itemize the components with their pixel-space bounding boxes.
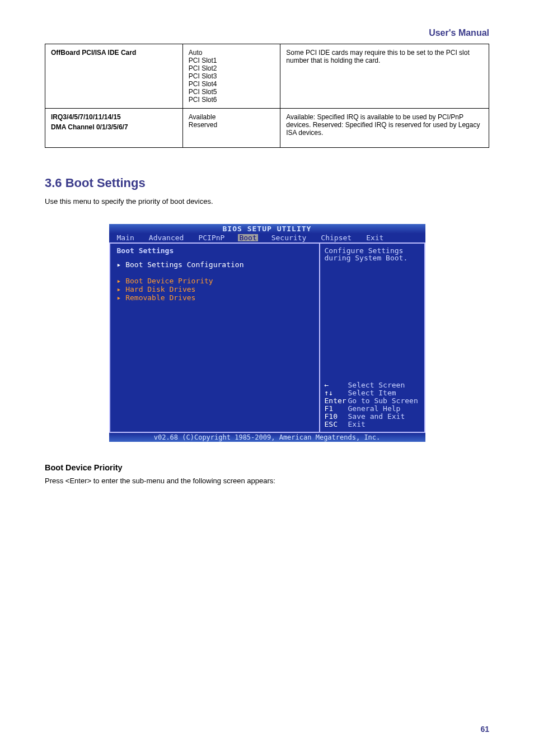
- bios-help-keys: ←Select Screen↑↓Select ItemEnterGo to Su…: [325, 381, 420, 428]
- help-key: ESC: [325, 421, 348, 428]
- bios-menu-exit[interactable]: Exit: [365, 234, 385, 241]
- help-text: Select Item: [348, 389, 396, 397]
- bios-menu-pcipnp[interactable]: PCIPnP: [197, 234, 226, 241]
- bios-menu-chipset[interactable]: Chipset: [320, 234, 353, 241]
- help-text: Exit: [348, 420, 366, 428]
- bios-body: Boot Settings ▸ Boot Settings Configurat…: [109, 242, 425, 433]
- bios-menubar: MainAdvancedPCIPnPBootSecurityChipsetExi…: [109, 234, 425, 242]
- config-table: OffBoard PCI/ISA IDE Card Auto PCI Slot1…: [45, 44, 489, 148]
- cell-body: DMA Channel 0/1/3/5/6/7: [51, 123, 177, 131]
- bios-help-line: ←Select Screen: [325, 381, 420, 389]
- bios-menu-main[interactable]: Main: [116, 234, 135, 241]
- page-footer: 61: [480, 725, 489, 734]
- help-text: Go to Sub Screen: [348, 396, 418, 405]
- subsection-heading: Boot Device Priority: [45, 463, 489, 472]
- cell-desc: Available: Specified IRQ is available to…: [280, 109, 489, 148]
- bios-screenshot: BIOS SETUP UTILITY MainAdvancedPCIPnPBoo…: [109, 224, 425, 442]
- bios-menu-advanced[interactable]: Advanced: [148, 234, 185, 241]
- bios-help-line: ESCExit: [325, 421, 420, 428]
- bios-item[interactable]: ▸ Hard Disk Drives: [117, 286, 312, 293]
- cell-options: Available Reserved: [182, 109, 280, 148]
- bios-help-line: ↑↓Select Item: [325, 389, 420, 396]
- table-row: IRQ3/4/5/7/10/11/14/15 DMA Channel 0/1/3…: [45, 109, 489, 148]
- subsection-desc: Press <Enter> to enter the sub-menu and …: [45, 475, 489, 487]
- triangle-icon: ▸: [117, 260, 121, 269]
- help-text: Select Screen: [348, 381, 405, 389]
- bios-item[interactable]: ▸ Removable Drives: [117, 294, 312, 301]
- table-row: OffBoard PCI/ISA IDE Card Auto PCI Slot1…: [45, 44, 489, 109]
- bios-help-top: Configure Settings during System Boot.: [325, 247, 420, 262]
- section-heading: 3.6 Boot Settings: [45, 176, 489, 190]
- help-key: Enter: [325, 397, 348, 404]
- help-key: F1: [325, 405, 348, 412]
- triangle-icon: ▸: [117, 277, 121, 285]
- cell-title: OffBoard PCI/ISA IDE Card: [51, 49, 177, 57]
- bios-left-heading: Boot Settings: [117, 247, 312, 254]
- bios-title: BIOS SETUP UTILITY: [109, 224, 425, 234]
- doc-manual-title: User's Manual: [45, 28, 489, 38]
- bios-help-line: F1General Help: [325, 405, 420, 412]
- help-key: F10: [325, 413, 348, 420]
- bios-menu-security[interactable]: Security: [270, 234, 308, 241]
- help-text: General Help: [348, 404, 401, 413]
- page-header: User's Manual: [45, 28, 489, 38]
- cell-title: IRQ3/4/5/7/10/11/14/15: [51, 113, 177, 121]
- bios-right-panel: Configure Settings during System Boot. ←…: [319, 242, 425, 433]
- bios-left-panel: Boot Settings ▸ Boot Settings Configurat…: [109, 242, 319, 433]
- bios-help-line: F10Save and Exit: [325, 413, 420, 420]
- help-text: Save and Exit: [348, 412, 405, 421]
- triangle-icon: ▸: [117, 285, 121, 293]
- cell-options: Auto PCI Slot1 PCI Slot2 PCI Slot3 PCI S…: [182, 44, 280, 109]
- help-key: ↑↓: [325, 389, 348, 396]
- bios-item[interactable]: ▸ Boot Device Priority: [117, 277, 312, 284]
- section-desc: Use this menu to specify the priority of…: [45, 196, 489, 207]
- bios-footer: v02.68 (C)Copyright 1985-2009, American …: [109, 433, 425, 442]
- triangle-icon: ▸: [117, 293, 121, 302]
- bios-help-line: EnterGo to Sub Screen: [325, 397, 420, 404]
- page-number: 61: [480, 725, 489, 734]
- cell-desc: Some PCI IDE cards may require this to b…: [280, 44, 489, 109]
- bios-item[interactable]: ▸ Boot Settings Configuration: [117, 261, 312, 268]
- bios-menu-boot[interactable]: Boot: [238, 234, 257, 241]
- help-key: ←: [325, 381, 348, 389]
